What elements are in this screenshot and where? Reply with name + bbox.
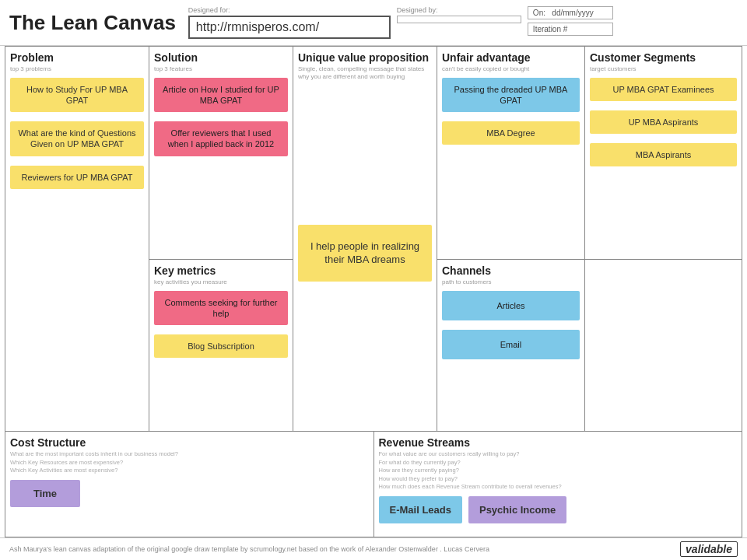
on-label: On:: [533, 9, 545, 17]
unfair-note-1[interactable]: Passing the dreaded UP MBA GPAT: [442, 78, 580, 113]
customers-subtitle: target customers: [590, 65, 737, 73]
key-metrics-note-1[interactable]: Comments seeking for further help: [154, 291, 288, 326]
key-metrics-title: Key metrics: [154, 264, 288, 277]
designed-by-field[interactable]: [397, 16, 521, 23]
on-field[interactable]: On: dd/mm/yyyy: [528, 6, 613, 19]
unfair-column: Unfair advantage can't be easily copied …: [437, 47, 585, 259]
lean-canvas-grid: Problem top 3 problems How to Study For …: [5, 46, 742, 537]
key-metrics-note-2[interactable]: Blog Subscription: [154, 334, 288, 358]
cost-note-1[interactable]: Time: [10, 480, 80, 507]
revenue-subtitle: For what value are our customers really …: [379, 450, 738, 492]
channels-subtitle: path to customers: [442, 278, 580, 286]
channels-column: Channels path to customers Articles Emai…: [437, 260, 585, 431]
revenue-title: Revenue Streams: [379, 436, 738, 449]
channels-title: Channels: [442, 264, 580, 277]
unfair-stickies: Passing the dreaded UP MBA GPAT MBA Degr…: [442, 78, 580, 150]
uvp-subtitle: Single, clean, compelling message that s…: [298, 65, 432, 80]
customers-column: Customer Segments target customers UP MB…: [585, 47, 742, 259]
top-section: Problem top 3 problems How to Study For …: [5, 47, 742, 432]
cost-subtitle: What are the most important costs inheri…: [10, 450, 369, 475]
uvp-note-1[interactable]: I help people in realizing their MBA dre…: [298, 225, 432, 282]
problem-note-3[interactable]: Reviewers for UP MBA GPAT: [10, 166, 144, 189]
right-section: Unfair advantage can't be easily copied …: [437, 47, 742, 431]
revenue-note-2[interactable]: Psychic Income: [468, 496, 566, 523]
designed-for-label: Designed for:: [188, 6, 391, 14]
customers-bottom-spacer: [585, 260, 742, 431]
key-metrics-subtitle: key activities you measure: [154, 278, 288, 286]
page-title: The Lean Canvas: [9, 11, 176, 35]
solution-stickies: Article on How I studied for UP MBA GPAT…: [154, 78, 288, 161]
unfair-channels-row: Unfair advantage can't be easily copied …: [437, 47, 742, 260]
solution-column: Solution top 3 features Article on How I…: [149, 47, 293, 431]
key-metrics-section: Key metrics key activities you measure C…: [149, 260, 293, 431]
cost-stickies: Time: [10, 480, 369, 507]
problem-column: Problem top 3 problems How to Study For …: [5, 47, 149, 431]
customers-note-3[interactable]: MBA Aspirants: [590, 143, 737, 166]
problem-title: Problem: [10, 51, 144, 64]
cost-column: Cost Structure What are the most importa…: [5, 432, 374, 537]
problem-note-1[interactable]: How to Study For UP MBA GPAT: [10, 78, 144, 113]
channels-note-2[interactable]: Email: [442, 330, 580, 359]
revenue-note-1[interactable]: E-Mail Leads: [379, 496, 462, 523]
cost-title: Cost Structure: [10, 436, 369, 449]
bottom-section: Cost Structure What are the most importa…: [5, 432, 742, 537]
solution-section: Solution top 3 features Article on How I…: [149, 47, 293, 260]
solution-note-1[interactable]: Article on How I studied for UP MBA GPAT: [154, 78, 288, 113]
revenue-column: Revenue Streams For what value are our c…: [374, 432, 742, 537]
problem-subtitle: top 3 problems: [10, 65, 144, 73]
customers-title: Customer Segments: [590, 51, 737, 64]
solution-title: Solution: [154, 51, 288, 64]
channels-row: Channels path to customers Articles Emai…: [437, 260, 742, 431]
channels-stickies: Articles Email: [442, 291, 580, 365]
problem-stickies: How to Study For UP MBA GPAT What are th…: [10, 78, 144, 194]
uvp-column: Unique value proposition Single, clean, …: [293, 47, 437, 431]
problem-note-2[interactable]: What are the kind of Questions Given on …: [10, 121, 144, 156]
solution-note-2[interactable]: Offer reviewers that I used when I appli…: [154, 121, 288, 156]
channels-note-1[interactable]: Articles: [442, 291, 580, 320]
uvp-stickies: I help people in realizing their MBA dre…: [298, 85, 432, 426]
header: The Lean Canvas Designed for: http://rmn…: [0, 0, 747, 46]
unfair-subtitle: can't be easily copied or bought: [442, 65, 580, 73]
designed-by-label: Designed by:: [397, 6, 521, 14]
customers-note-1[interactable]: UP MBA GPAT Examinees: [590, 78, 737, 101]
solution-subtitle: top 3 features: [154, 65, 288, 73]
iteration-field[interactable]: Iteration #: [528, 23, 613, 36]
unfair-note-2[interactable]: MBA Degree: [442, 121, 580, 145]
key-metrics-stickies: Comments seeking for further help Blog S…: [154, 291, 288, 363]
url-field[interactable]: http://rmnisperos.com/: [188, 16, 391, 39]
customers-note-2[interactable]: UP MBA Aspirants: [590, 110, 737, 134]
footer-text: Ash Maurya's lean canvas adaptation of t…: [9, 545, 489, 553]
footer: Ash Maurya's lean canvas adaptation of t…: [0, 537, 747, 560]
on-date-placeholder: dd/mm/yyyy: [552, 9, 593, 17]
footer-logo: validable: [680, 541, 738, 557]
customers-stickies: UP MBA GPAT Examinees UP MBA Aspirants M…: [590, 78, 737, 172]
uvp-title: Unique value proposition: [298, 51, 432, 64]
revenue-stickies: E-Mail Leads Psychic Income: [379, 496, 738, 523]
unfair-title: Unfair advantage: [442, 51, 580, 64]
